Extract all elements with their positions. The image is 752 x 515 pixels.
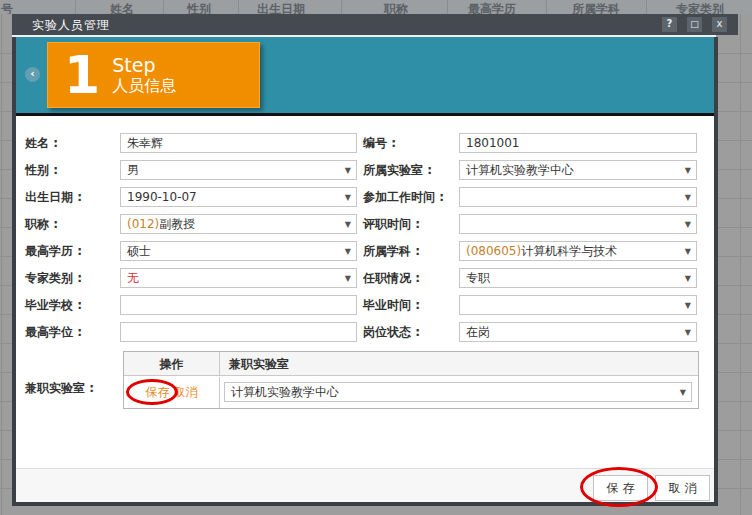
education-select[interactable]: 硕士 ▼ bbox=[120, 241, 357, 261]
dropdown-arrow-icon: ▼ bbox=[680, 388, 686, 397]
column-divider bbox=[447, 0, 448, 14]
bg-column-title: 职称 bbox=[384, 1, 408, 14]
form-row: 职称 : (012)副教授 ▼ 评职时间 : ▼ bbox=[16, 214, 714, 234]
background-table-header: 号 姓名 性别 出生日期 职称 最高学历 所属学科 专家类别 bbox=[0, 0, 752, 14]
step-banner: 1 Step 人员信息 bbox=[47, 42, 260, 108]
form-row: 最高学历 : 硕士 ▼ 所属学科 : (080605)计算机科学与技术 ▼ bbox=[16, 241, 714, 261]
bg-column-education: 最高学历 bbox=[468, 1, 516, 14]
post-status-select[interactable]: 在岗 ▼ bbox=[459, 322, 697, 342]
title-code: (012) bbox=[127, 217, 159, 231]
dropdown-arrow-icon: ▼ bbox=[685, 220, 691, 229]
maximize-icon[interactable]: □ bbox=[687, 17, 702, 32]
subtable-row: 保存 取消 计算机实验教学中心 ▼ bbox=[124, 377, 698, 408]
form-row: 出生日期 : 1990-10-07 ▼ 参加工作时间 : ▼ bbox=[16, 187, 714, 207]
step-title: Step bbox=[112, 54, 176, 76]
save-link-annotation-circle bbox=[126, 379, 178, 405]
graduate-school-label: 毕业学校 : bbox=[25, 295, 82, 315]
dropdown-arrow-icon: ▼ bbox=[685, 247, 691, 256]
work-start-label: 参加工作时间 : bbox=[363, 187, 444, 207]
dropdown-arrow-icon: ▼ bbox=[685, 328, 691, 337]
name-label: 姓名 : bbox=[25, 133, 58, 153]
title-eval-label: 评职时间 : bbox=[363, 214, 420, 234]
dropdown-arrow-icon: ▼ bbox=[345, 220, 351, 229]
dialog-titlebar[interactable]: 实验人员管理 ? □ x bbox=[12, 14, 738, 35]
dropdown-arrow-icon: ▼ bbox=[685, 193, 691, 202]
background-grid-line bbox=[1, 0, 2, 515]
personnel-dialog: ‹ 1 Step 人员信息 姓名 : 朱幸辉 编号 : 1801001 性别 :… bbox=[12, 37, 718, 506]
column-divider bbox=[75, 0, 76, 14]
degree-label: 最高学位 : bbox=[25, 322, 82, 342]
bg-column-birthdate: 出生日期 bbox=[257, 1, 305, 14]
bg-column-discipline: 所属学科 bbox=[572, 1, 620, 14]
column-divider bbox=[163, 0, 164, 14]
lab-label: 所属实验室 : bbox=[363, 160, 432, 180]
discipline-code: (080605) bbox=[466, 244, 521, 258]
lab-select[interactable]: 计算机实验教学中心 ▼ bbox=[459, 160, 697, 180]
parttime-lab-label: 兼职实验室 : bbox=[25, 378, 94, 398]
dialog-title: 实验人员管理 bbox=[32, 17, 110, 34]
form-row: 最高学位 : 岗位状态 : 在岗 ▼ bbox=[16, 322, 714, 342]
form-row: 姓名 : 朱幸辉 编号 : 1801001 bbox=[16, 133, 714, 153]
bg-column-gender: 性别 bbox=[187, 1, 211, 14]
dropdown-arrow-icon: ▼ bbox=[345, 193, 351, 202]
op-column-header: 操作 bbox=[124, 352, 220, 376]
column-divider bbox=[546, 0, 547, 14]
subtable-header-row: 操作 兼职实验室 bbox=[124, 352, 698, 376]
close-icon[interactable]: x bbox=[712, 17, 727, 32]
employment-type-label: 任职情况 : bbox=[363, 268, 420, 288]
dropdown-arrow-icon: ▼ bbox=[345, 247, 351, 256]
name-input[interactable]: 朱幸辉 bbox=[120, 133, 357, 153]
dropdown-arrow-icon: ▼ bbox=[345, 166, 351, 175]
form-row: 毕业学校 : 毕业时间 : ▼ bbox=[16, 295, 714, 315]
step-subtitle: 人员信息 bbox=[112, 76, 176, 96]
dropdown-arrow-icon: ▼ bbox=[685, 166, 691, 175]
birthdate-select[interactable]: 1990-10-07 ▼ bbox=[120, 187, 357, 207]
cancel-button[interactable]: 取 消 bbox=[655, 475, 710, 501]
expert-type-label: 专家类别 : bbox=[25, 268, 82, 288]
post-status-label: 岗位状态 : bbox=[363, 322, 420, 342]
discipline-select[interactable]: (080605)计算机科学与技术 ▼ bbox=[459, 241, 697, 261]
parttime-lab-select[interactable]: 计算机实验教学中心 ▼ bbox=[224, 382, 692, 402]
background-grid-line bbox=[740, 0, 741, 515]
parttime-lab-table: 操作 兼职实验室 保存 取消 计算机实验教学中心 ▼ bbox=[123, 351, 699, 409]
discipline-label: 所属学科 : bbox=[363, 241, 420, 261]
bg-column-id: 号 bbox=[1, 1, 13, 14]
dropdown-arrow-icon: ▼ bbox=[685, 301, 691, 310]
title-eval-select[interactable]: ▼ bbox=[459, 214, 697, 234]
column-divider bbox=[341, 0, 342, 14]
education-label: 最高学历 : bbox=[25, 241, 82, 261]
lab-column-header: 兼职实验室 bbox=[221, 352, 698, 376]
graduate-school-input[interactable] bbox=[120, 295, 357, 315]
title-label: 职称 : bbox=[25, 214, 58, 234]
dropdown-arrow-icon: ▼ bbox=[345, 274, 351, 283]
birthdate-label: 出生日期 : bbox=[25, 187, 82, 207]
form-row: 专家类别 : 无 ▼ 任职情况 : 专职 ▼ bbox=[16, 268, 714, 288]
column-divider bbox=[238, 0, 239, 14]
title-select[interactable]: (012)副教授 ▼ bbox=[120, 214, 357, 234]
save-button-annotation-circle bbox=[580, 467, 658, 507]
expert-type-select[interactable]: 无 ▼ bbox=[120, 268, 357, 288]
column-divider bbox=[646, 0, 647, 14]
graduation-date-select[interactable]: ▼ bbox=[459, 295, 697, 315]
bg-column-name: 姓名 bbox=[110, 1, 134, 14]
gender-select[interactable]: 男 ▼ bbox=[120, 160, 357, 180]
staff-id-label: 编号 : bbox=[363, 133, 396, 153]
gender-label: 性别 : bbox=[25, 160, 58, 180]
employment-type-select[interactable]: 专职 ▼ bbox=[459, 268, 697, 288]
help-icon[interactable]: ? bbox=[662, 17, 677, 32]
graduation-date-label: 毕业时间 : bbox=[363, 295, 420, 315]
step-number: 1 bbox=[64, 46, 100, 104]
degree-input[interactable] bbox=[120, 322, 357, 342]
chevron-left-icon[interactable]: ‹ bbox=[25, 67, 40, 82]
work-start-select[interactable]: ▼ bbox=[459, 187, 697, 207]
dropdown-arrow-icon: ▼ bbox=[685, 274, 691, 283]
bg-column-expert-type: 专家类别 bbox=[676, 1, 724, 14]
staff-id-input[interactable]: 1801001 bbox=[459, 133, 697, 153]
form-row: 性别 : 男 ▼ 所属实验室 : 计算机实验教学中心 ▼ bbox=[16, 160, 714, 180]
